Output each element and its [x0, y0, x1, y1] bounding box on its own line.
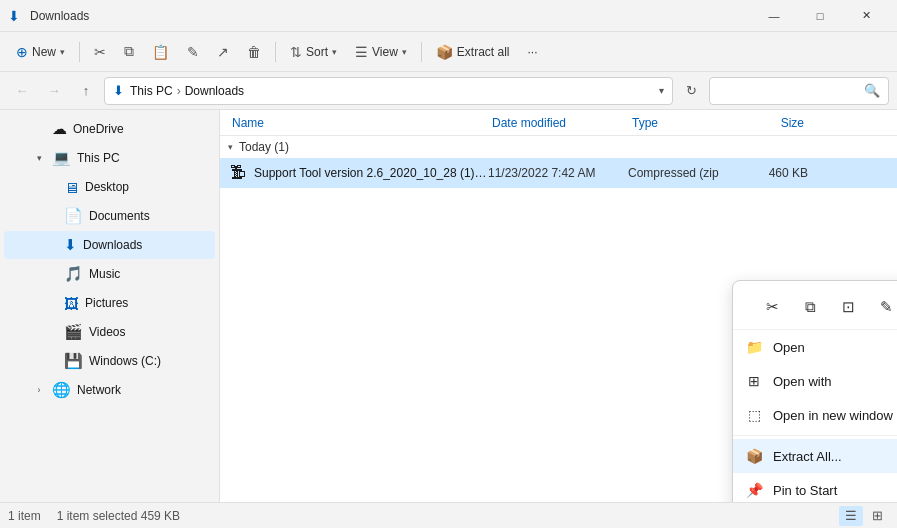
sort-icon: ⇅: [290, 44, 302, 60]
sidebar-item-desktop[interactable]: 🖥 Desktop: [4, 173, 215, 201]
windows-c-icon: 💾: [64, 352, 83, 370]
sidebar-item-network[interactable]: › 🌐 Network: [4, 376, 215, 404]
share-toolbar-button[interactable]: ↗: [209, 36, 237, 68]
network-icon: 🌐: [52, 381, 71, 399]
sidebar-item-music[interactable]: 🎵 Music: [4, 260, 215, 288]
file-list-header: Name Date modified Type Size: [220, 110, 897, 136]
sidebar-label-videos: Videos: [89, 325, 125, 339]
onedrive-icon: ☁: [52, 120, 67, 138]
ctx-pin-to-start-item[interactable]: 📌 Pin to Start: [733, 473, 897, 502]
close-button[interactable]: ✕: [843, 0, 889, 32]
desktop-expand-icon: [44, 180, 58, 194]
ctx-cut-button[interactable]: ✂: [754, 291, 790, 323]
new-chevron-icon: ▾: [60, 47, 65, 57]
address-bar: ← → ↑ ⬇ This PC › Downloads ▾ ↻ 🔍: [0, 72, 897, 110]
window-title: Downloads: [30, 9, 89, 23]
sidebar-item-windows-c[interactable]: 💾 Windows (C:): [4, 347, 215, 375]
ctx-paste-shortcut-button[interactable]: ⊡: [830, 291, 866, 323]
rename-toolbar-button[interactable]: ✎: [179, 36, 207, 68]
music-expand-icon: [44, 267, 58, 281]
group-header-today[interactable]: ▾ Today (1): [220, 136, 897, 158]
cut-toolbar-button[interactable]: ✂: [86, 36, 114, 68]
path-part-2: Downloads: [185, 84, 244, 98]
new-button[interactable]: ⊕ New ▾: [8, 36, 73, 68]
toolbar-sep-3: [421, 42, 422, 62]
ctx-extract-all-icon: 📦: [745, 447, 763, 465]
window-icon: ⬇: [8, 8, 24, 24]
delete-toolbar-button[interactable]: 🗑: [239, 36, 269, 68]
file-size-0: 460 KB: [728, 166, 808, 180]
ctx-open-new-window-label: Open in new window: [773, 408, 897, 423]
search-icon: 🔍: [864, 83, 880, 98]
music-icon: 🎵: [64, 265, 83, 283]
search-box[interactable]: 🔍: [709, 77, 889, 105]
ctx-extract-all-item[interactable]: 📦 Extract All...: [733, 439, 897, 473]
new-icon: ⊕: [16, 44, 28, 60]
paste-toolbar-button[interactable]: 📋: [144, 36, 177, 68]
ctx-open-new-window-icon: ⬚: [745, 406, 763, 424]
documents-expand-icon: [44, 209, 58, 223]
sidebar-label-windows-c: Windows (C:): [89, 354, 161, 368]
pictures-icon: 🖼: [64, 295, 79, 312]
address-dropdown-button[interactable]: ▾: [659, 85, 664, 96]
sidebar-item-thispc[interactable]: ▾ 💻 This PC: [4, 144, 215, 172]
main-area: ☁ OneDrive ▾ 💻 This PC 🖥 Desktop 📄 Docum…: [0, 110, 897, 502]
cut-icon: ✂: [94, 44, 106, 60]
large-icons-view-button[interactable]: ⊞: [865, 506, 889, 526]
ctx-pin-to-start-label: Pin to Start: [773, 483, 897, 498]
ctx-rename-button[interactable]: ✎: [868, 291, 897, 323]
maximize-button[interactable]: □: [797, 0, 843, 32]
view-button[interactable]: ☰ View ▾: [347, 36, 415, 68]
ctx-open-with-item[interactable]: ⊞ Open with ›: [733, 364, 897, 398]
sidebar-label-pictures: Pictures: [85, 296, 128, 310]
sidebar-item-onedrive[interactable]: ☁ OneDrive: [4, 115, 215, 143]
ctx-open-icon: 📁: [745, 338, 763, 356]
ctx-open-new-window-item[interactable]: ⬚ Open in new window: [733, 398, 897, 432]
toolbar-sep-1: [79, 42, 80, 62]
path-part-1: This PC: [130, 84, 173, 98]
forward-button[interactable]: →: [40, 77, 68, 105]
ctx-open-with-icon: ⊞: [745, 372, 763, 390]
rename-icon: ✎: [187, 44, 199, 60]
onedrive-expand-icon: [32, 122, 46, 136]
back-button[interactable]: ←: [8, 77, 36, 105]
minimize-button[interactable]: —: [751, 0, 797, 32]
col-header-type[interactable]: Type: [628, 116, 728, 130]
title-bar: ⬇ Downloads — □ ✕: [0, 0, 897, 32]
sort-label: Sort: [306, 45, 328, 59]
extract-all-button[interactable]: 📦 Extract all: [428, 36, 518, 68]
view-chevron-icon: ▾: [402, 47, 407, 57]
address-box[interactable]: ⬇ This PC › Downloads ▾: [104, 77, 673, 105]
up-button[interactable]: ↑: [72, 77, 100, 105]
window-controls: — □ ✕: [751, 0, 889, 32]
copy-toolbar-button[interactable]: ⧉: [116, 36, 142, 68]
ctx-open-item[interactable]: 📁 Open Enter: [733, 330, 897, 364]
ctx-pin-icon: 📌: [745, 481, 763, 499]
sidebar-label-documents: Documents: [89, 209, 150, 223]
search-input[interactable]: [718, 84, 864, 98]
details-view-button[interactable]: ☰: [839, 506, 863, 526]
sidebar-label-onedrive: OneDrive: [73, 122, 124, 136]
ctx-open-label: Open: [773, 340, 897, 355]
sidebar-label-desktop: Desktop: [85, 180, 129, 194]
address-path: This PC › Downloads: [130, 84, 244, 98]
more-button[interactable]: ···: [520, 36, 546, 68]
paste-icon: 📋: [152, 44, 169, 60]
ctx-copy-button[interactable]: ⧉: [792, 291, 828, 323]
sidebar-item-documents[interactable]: 📄 Documents: [4, 202, 215, 230]
file-type-0: Compressed (zip: [628, 166, 728, 180]
status-selected: 1 item selected 459 KB: [57, 509, 180, 523]
refresh-button[interactable]: ↻: [677, 77, 705, 105]
sidebar-item-pictures[interactable]: 🖼 Pictures: [4, 289, 215, 317]
file-area: Name Date modified Type Size ▾ Today (1)…: [220, 110, 897, 502]
col-header-modified[interactable]: Date modified: [488, 116, 628, 130]
sidebar-item-videos[interactable]: 🎬 Videos: [4, 318, 215, 346]
file-row-0[interactable]: 🗜 Support Tool version 2.6_2020_10_28 (1…: [220, 158, 897, 188]
thispc-icon: 💻: [52, 149, 71, 167]
col-header-name[interactable]: Name: [228, 116, 488, 130]
col-header-size[interactable]: Size: [728, 116, 808, 130]
view-label: View: [372, 45, 398, 59]
sort-button[interactable]: ⇅ Sort ▾: [282, 36, 345, 68]
thispc-expand-icon: ▾: [32, 151, 46, 165]
sidebar-item-downloads[interactable]: ⬇ Downloads: [4, 231, 215, 259]
